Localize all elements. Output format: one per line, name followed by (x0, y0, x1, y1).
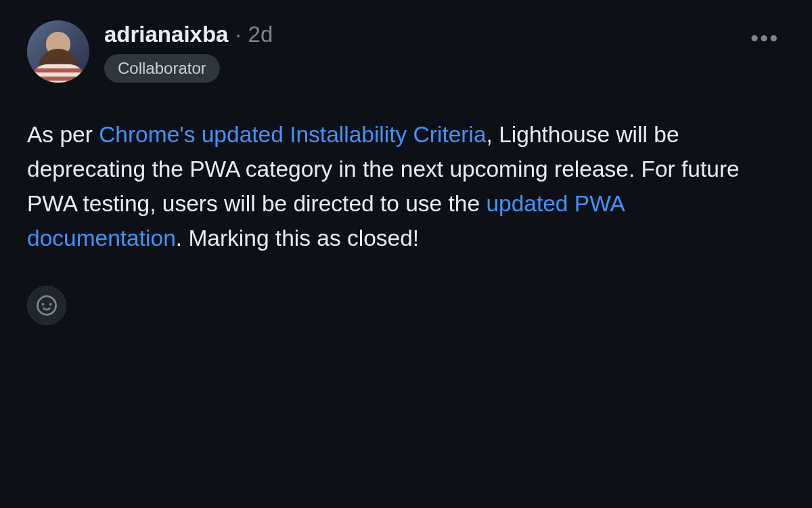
comment-timestamp[interactable]: 2d (248, 22, 273, 47)
meta-separator: · (235, 22, 241, 47)
comment-header: adrianaixba · 2d Collaborator ••• (27, 20, 785, 83)
avatar[interactable] (27, 20, 89, 83)
smiley-icon (37, 295, 57, 316)
add-reaction-button[interactable] (27, 286, 66, 325)
comment-container: adrianaixba · 2d Collaborator ••• As per… (27, 20, 785, 325)
author-username[interactable]: adrianaixba (104, 22, 228, 47)
more-options-button[interactable]: ••• (745, 24, 785, 51)
comment-header-left: adrianaixba · 2d Collaborator (27, 20, 273, 83)
body-text-1: As per (27, 122, 99, 147)
comment-body: As per Chrome's updated Installability C… (27, 118, 785, 256)
user-meta: adrianaixba · 2d Collaborator (104, 20, 273, 83)
reaction-bar (27, 286, 785, 325)
username-row: adrianaixba · 2d (104, 22, 273, 47)
body-text-3: . Marking this as closed! (176, 226, 419, 251)
installability-criteria-link[interactable]: Chrome's updated Installability Criteria (99, 122, 486, 147)
collaborator-badge: Collaborator (104, 54, 220, 83)
